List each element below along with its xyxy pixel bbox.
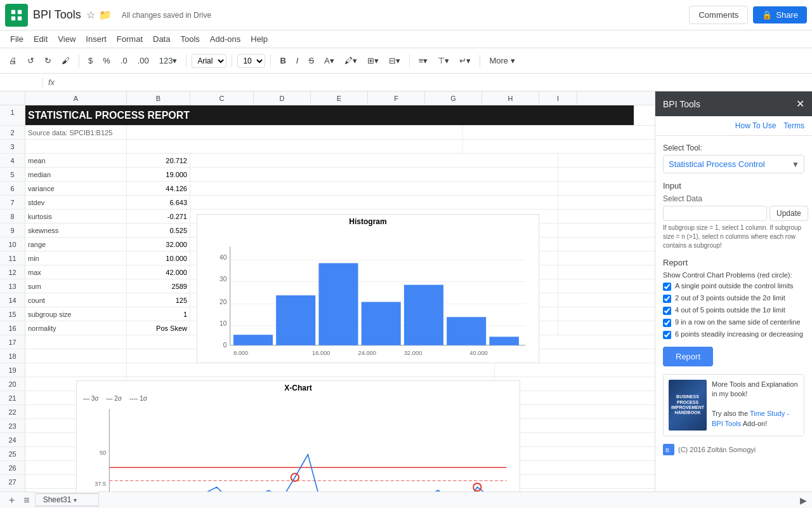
- stat-label-7[interactable]: stdev: [25, 196, 127, 209]
- title-cell[interactable]: STATISTICAL PROCESS REPORT: [25, 105, 634, 125]
- redo-button[interactable]: ↻: [41, 53, 55, 68]
- menu-help[interactable]: Help: [246, 32, 273, 46]
- font-select[interactable]: Arial: [192, 54, 226, 68]
- select-tool-dropdown[interactable]: Statistical Process Control: [663, 155, 804, 173]
- row-7-rest: [190, 196, 558, 209]
- strikethrough-button[interactable]: S: [304, 53, 318, 68]
- how-to-use-link[interactable]: How To Use: [735, 121, 776, 130]
- stat-value-11[interactable]: 10.000: [127, 251, 190, 265]
- data-range-input[interactable]: [663, 206, 767, 221]
- stat-label-8[interactable]: kurtosis: [25, 210, 127, 223]
- stat-label-13[interactable]: sum: [25, 279, 127, 293]
- more-button[interactable]: More ▾: [485, 53, 518, 68]
- stat-label-4[interactable]: mean: [25, 154, 127, 167]
- formula-input[interactable]: [60, 78, 807, 87]
- row-3: 3: [0, 140, 655, 154]
- menu-tools[interactable]: Tools: [175, 32, 204, 46]
- sheet-tab-sheet31[interactable]: Sheet31 ▾: [35, 493, 99, 506]
- stat-value-9[interactable]: 0.525: [127, 224, 190, 237]
- stat-label-6[interactable]: variance: [25, 182, 127, 195]
- svg-text:50: 50: [100, 450, 106, 456]
- row-num-25: 25: [0, 447, 25, 460]
- try-also-text: Try also the: [712, 410, 750, 417]
- borders-button[interactable]: ⊞▾: [363, 53, 383, 68]
- stat-label-9[interactable]: skewness: [25, 224, 127, 237]
- valign-button[interactable]: ⊤▾: [434, 53, 453, 68]
- stat-label-15[interactable]: subgroup size: [25, 307, 127, 321]
- svg-rect-1: [18, 10, 22, 13]
- undo-button[interactable]: ↺: [23, 53, 38, 68]
- checkbox-3[interactable]: [663, 319, 671, 327]
- decrease-decimal-button[interactable]: .0: [117, 53, 131, 68]
- stat-label-5[interactable]: median: [25, 168, 127, 181]
- menu-file[interactable]: File: [5, 32, 29, 46]
- terms-link[interactable]: Terms: [783, 121, 804, 130]
- print-button[interactable]: 🖨: [5, 53, 21, 68]
- share-button[interactable]: 🔒 Share: [753, 6, 807, 23]
- stat-value-12[interactable]: 42.000: [127, 265, 190, 279]
- checkbox-0[interactable]: [663, 283, 671, 291]
- wrap-button[interactable]: ↵▾: [455, 53, 475, 68]
- histogram-svg: 0 10 20 30 40: [197, 229, 539, 377]
- row-num-4: 4: [0, 154, 25, 167]
- stat-label-14[interactable]: count: [25, 293, 127, 307]
- stat-value-10[interactable]: 32.000: [127, 237, 190, 251]
- stat-value-5[interactable]: 19.000: [127, 168, 190, 181]
- side-panel-title: BPI Tools: [663, 99, 700, 109]
- comments-button[interactable]: Comments: [689, 6, 748, 24]
- menu-data[interactable]: Data: [148, 32, 175, 46]
- checkbox-4[interactable]: [663, 331, 671, 339]
- sheet-list-button[interactable]: ≡: [20, 493, 33, 507]
- checkboxes-container: A single point outside the control limit…: [663, 281, 804, 339]
- stat-value-14[interactable]: 125: [127, 293, 190, 307]
- menu-addons[interactable]: Add-ons: [205, 32, 246, 46]
- sheet-tab-arrow-2[interactable]: ▾: [74, 497, 77, 504]
- legend-3sigma: — 3σ: [83, 395, 99, 402]
- currency-button[interactable]: $: [84, 53, 96, 68]
- align-button[interactable]: ≡▾: [415, 53, 432, 68]
- close-icon[interactable]: ✕: [796, 98, 804, 110]
- stat-value-7[interactable]: 6.643: [127, 196, 190, 209]
- merge-button[interactable]: ⊟▾: [385, 53, 404, 68]
- stat-label-10[interactable]: range: [25, 237, 127, 251]
- svg-rect-20: [447, 317, 486, 345]
- svg-text:40.000: 40.000: [469, 350, 487, 356]
- italic-button[interactable]: I: [292, 53, 303, 68]
- stat-label-16[interactable]: normality: [25, 321, 127, 335]
- folder-icon[interactable]: 📁: [99, 9, 112, 21]
- stat-label-11[interactable]: min: [25, 251, 127, 265]
- format-123-button[interactable]: 123▾: [155, 53, 181, 68]
- stat-label-12[interactable]: max: [25, 265, 127, 279]
- row-num-3: 3: [0, 140, 25, 153]
- percent-button[interactable]: %: [99, 53, 114, 68]
- add-sheet-button[interactable]: +: [5, 493, 18, 507]
- menu-format[interactable]: Format: [112, 32, 148, 46]
- checkbox-2[interactable]: [663, 307, 671, 315]
- stat-value-15[interactable]: 1: [127, 307, 190, 321]
- stat-value-8[interactable]: -0.271: [127, 210, 190, 223]
- menu-edit[interactable]: Edit: [29, 32, 53, 46]
- stat-value-4[interactable]: 20.712: [127, 154, 190, 167]
- bold-button[interactable]: B: [276, 53, 289, 68]
- scroll-right-icon[interactable]: ▶: [800, 495, 807, 505]
- cell-reference-input[interactable]: [5, 78, 43, 87]
- source-cell[interactable]: Source data: SPCIB1:B125: [25, 126, 127, 139]
- stat-value-6[interactable]: 44.126: [127, 182, 190, 195]
- star-icon[interactable]: ☆: [86, 9, 95, 21]
- paint-format-button[interactable]: 🖌: [58, 53, 74, 68]
- side-panel: BPI Tools ✕ How To Use Terms Select Tool…: [655, 91, 812, 491]
- report-button[interactable]: Report: [663, 347, 713, 366]
- checkbox-1[interactable]: [663, 295, 671, 303]
- menu-insert[interactable]: Insert: [81, 32, 112, 46]
- stat-value-13[interactable]: 2589: [127, 279, 190, 293]
- highlight-color-button[interactable]: 🖍▾: [341, 53, 361, 68]
- font-size-select[interactable]: 10: [237, 54, 265, 68]
- text-color-button[interactable]: A▾: [320, 53, 338, 68]
- menu-view[interactable]: View: [53, 32, 81, 46]
- stat-value-16[interactable]: Pos Skew: [127, 321, 190, 335]
- toolbar-separator-4: [270, 55, 271, 67]
- row-num-10: 10: [0, 237, 25, 251]
- doc-title: BPI Tools: [33, 8, 81, 22]
- increase-decimal-button[interactable]: .00: [134, 53, 153, 68]
- update-button[interactable]: Update: [769, 206, 808, 221]
